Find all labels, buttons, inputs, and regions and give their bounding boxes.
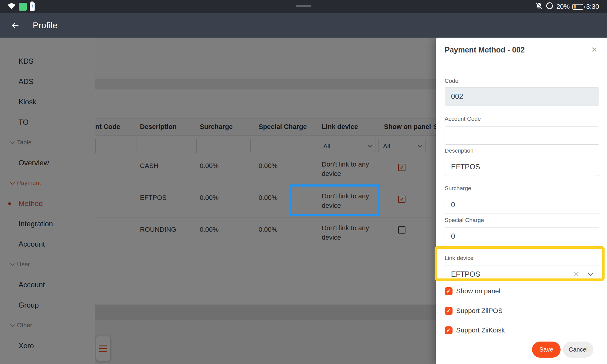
checkbox-checked-icon[interactable]: ✓ <box>445 287 453 295</box>
save-button[interactable]: Save <box>532 342 561 358</box>
page-title: Profile <box>33 21 57 30</box>
checkbox-checked-icon[interactable]: ✓ <box>445 326 453 334</box>
drawer-body: Code Account Code Description Surcharge … <box>436 77 607 358</box>
app-indicator-icon <box>19 3 27 11</box>
clock-text: 3:30 <box>586 3 599 11</box>
description-label: Description <box>445 147 599 154</box>
data-saver-icon <box>546 2 554 12</box>
notifications-off-icon <box>535 2 543 12</box>
payment-method-drawer: Payment Method - 002 ✕ Code Account Code… <box>436 38 607 364</box>
surcharge-field[interactable] <box>445 196 599 214</box>
special-charge-label: Special Charge <box>445 217 599 224</box>
check-icon: ✓ <box>446 328 451 333</box>
drawer-title: Payment Method - 002 <box>445 46 525 54</box>
status-bar: ! 20% 3:30 <box>0 0 607 13</box>
checkbox-checked-icon[interactable]: ✓ <box>445 307 453 315</box>
wifi-icon <box>7 2 16 11</box>
back-button[interactable] <box>8 19 22 32</box>
code-field <box>445 87 599 106</box>
app-bar: Profile <box>0 13 607 38</box>
blue-highlight-box <box>290 184 380 216</box>
checkbox-label: Show on panel <box>456 287 500 295</box>
description-field[interactable] <box>445 158 599 176</box>
battery-percent-text: 20% <box>556 3 570 11</box>
surcharge-label: Surcharge <box>445 185 599 192</box>
support-ziikoisk-checkbox-row[interactable]: ✓ Support ZiiKoisk <box>445 326 599 335</box>
close-icon[interactable]: ✕ <box>589 44 600 55</box>
check-icon: ✓ <box>446 288 451 294</box>
drawer-footer: Save Cancel <box>445 337 599 358</box>
battery-alert-icon: ! <box>30 2 35 11</box>
battery-icon <box>572 4 583 10</box>
show-on-panel-checkbox-row[interactable]: ✓ Show on panel <box>445 287 599 296</box>
code-label: Code <box>445 77 599 85</box>
account-code-field[interactable] <box>445 126 599 145</box>
gesture-handle <box>296 5 311 7</box>
special-charge-field[interactable] <box>445 227 599 245</box>
checkbox-label: Support ZiiPOS <box>456 307 503 315</box>
screen: ! 20% 3:30 Profile KDS ADS Kiosk TO Tabl… <box>0 0 607 364</box>
support-ziipos-checkbox-row[interactable]: ✓ Support ZiiPOS <box>445 306 599 315</box>
account-code-label: Account Code <box>445 115 599 123</box>
drawer-header: Payment Method - 002 ✕ <box>436 38 607 62</box>
yellow-highlight-box <box>435 246 605 281</box>
checkbox-label: Support ZiiKoisk <box>456 326 505 334</box>
cancel-button[interactable]: Cancel <box>563 342 593 358</box>
check-icon: ✓ <box>446 308 451 314</box>
